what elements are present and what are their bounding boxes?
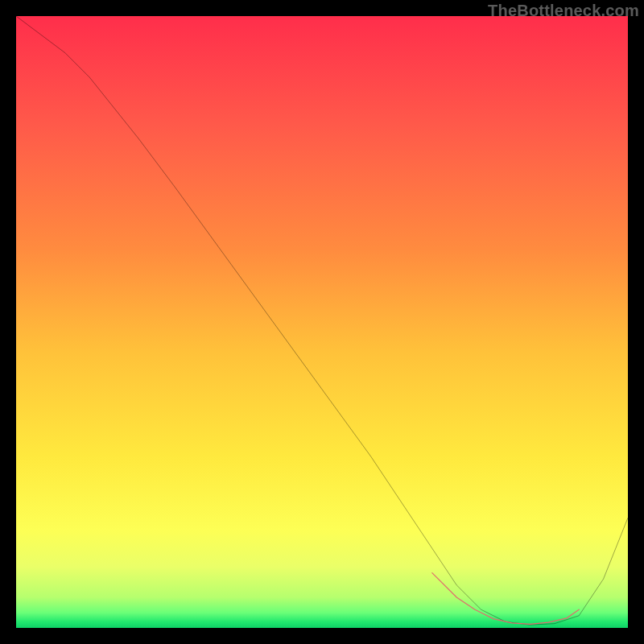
bottleneck-curve	[16, 16, 628, 625]
optimal-band-highlight	[432, 573, 579, 625]
chart-frame: TheBottleneck.com	[0, 0, 644, 644]
curve-layer	[16, 16, 628, 628]
plot-area	[16, 16, 628, 628]
watermark-text: TheBottleneck.com	[488, 2, 639, 20]
